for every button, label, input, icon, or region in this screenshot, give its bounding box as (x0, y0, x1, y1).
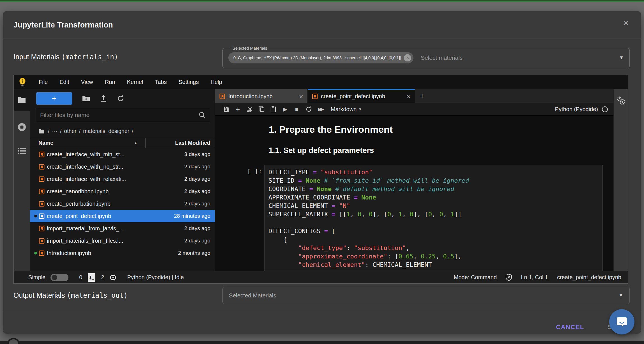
run-icon[interactable]: ▶ (279, 106, 291, 113)
code-line[interactable]: { (268, 235, 599, 244)
footer-divider (3, 310, 641, 310)
notebook-heading-1: 1. Prepare the Environment (269, 124, 613, 135)
file-name: import_materials_from_files.i... (47, 238, 184, 244)
close-icon[interactable]: × (623, 18, 629, 28)
kernel-name[interactable]: Python (Pyodide) (555, 106, 598, 113)
copy-icon[interactable] (256, 106, 267, 112)
column-name[interactable]: Name ▲ (30, 138, 146, 148)
restart-kernel-icon[interactable] (303, 106, 314, 113)
menu-kernel[interactable]: Kernel (121, 79, 149, 85)
output-materials-select[interactable]: Selected Materials ▼ (222, 287, 630, 304)
kernel-count[interactable]: 2 (101, 274, 104, 281)
column-last-modified[interactable]: Last Modified (146, 140, 215, 146)
code-line[interactable]: "approximate_coordinate": [0.65, 0.25, 0… (268, 252, 599, 261)
file-row[interactable]: import_materials_from_files.i...2 days a… (30, 235, 215, 247)
cancel-button[interactable]: CANCEL (556, 320, 584, 334)
terminal-icon[interactable]: $_ (88, 273, 95, 282)
dialog-title: JupyterLite Transformation (13, 21, 113, 29)
menu-edit[interactable]: Edit (54, 79, 75, 85)
status-bar: Simple 0 $_ 2 Python (Pyodide) | Idle Mo… (14, 271, 628, 283)
chevron-down-icon[interactable]: ▼ (619, 55, 624, 61)
table-of-contents-tab[interactable] (14, 147, 30, 155)
chat-bubble-icon (615, 315, 629, 329)
run-all-icon[interactable]: ▶▶ (314, 106, 326, 112)
menu-tabs[interactable]: Tabs (149, 79, 173, 85)
chip-remove-icon[interactable]: × (404, 54, 411, 61)
new-folder-icon[interactable] (82, 95, 90, 102)
browser-progress-strip (0, 0, 644, 2)
new-launcher-button[interactable]: + (36, 92, 72, 105)
trust-shield-icon[interactable] (506, 274, 512, 281)
tab-create-point-defect[interactable]: create_point_defect.ipynb × (308, 89, 415, 103)
code-line[interactable]: "chemical_element": CHEMICAL_ELEMENT (268, 261, 599, 269)
menu-file[interactable]: File (33, 79, 54, 85)
code-editor[interactable]: DEFECT_TYPE = "substitution"SITE_ID = No… (264, 165, 603, 271)
file-row[interactable]: create_point_defect.ipynb28 minutes ago (30, 210, 215, 222)
output-select-placeholder: Selected Materials (229, 292, 276, 299)
file-row[interactable]: create_interface_with_no_str...2 days ag… (30, 160, 215, 173)
paste-icon[interactable] (267, 106, 279, 112)
file-row[interactable]: create_nanoribbon.ipynb2 days ago (30, 185, 215, 198)
file-row[interactable]: create_perturbation.ipynb2 days ago (30, 198, 215, 210)
file-row[interactable]: create_interface_with_min_st...3 days ag… (30, 148, 215, 160)
menu-run[interactable]: Run (99, 79, 121, 85)
chevron-down-icon[interactable]: ▼ (618, 293, 623, 298)
breadcrumb-segment[interactable]: other (64, 128, 76, 134)
file-name: create_interface_with_min_st... (47, 151, 184, 158)
selected-materials-field[interactable]: Selected Materials 0: C, Graphene, HEX (… (222, 46, 630, 68)
code-line[interactable]: "defect_type": "substitution", (268, 244, 599, 252)
upload-icon[interactable] (100, 95, 107, 102)
file-modified: 2 days ago (184, 164, 215, 170)
insert-cell-icon[interactable]: + (232, 105, 244, 114)
output-materials-label-text: Output Materials (13, 291, 67, 299)
simple-mode-toggle[interactable] (50, 274, 68, 281)
new-tab-icon[interactable]: + (415, 89, 429, 103)
select-materials-placeholder: Select materials (421, 54, 463, 61)
chat-widget-button[interactable] (609, 309, 634, 334)
tab-introduction[interactable]: Introduction.ipynb × (215, 89, 308, 103)
property-inspector-gears-icon[interactable] (616, 96, 626, 271)
material-chip[interactable]: 0: C, Graphene, HEX (P6/mmm) 2D (Monolay… (228, 52, 413, 63)
code-line[interactable] (268, 219, 599, 227)
code-line[interactable]: APPROXIMATE_COORDINATE = None (268, 193, 599, 202)
filter-files-input[interactable] (36, 108, 209, 122)
cell-type-value: Markdown (331, 106, 357, 113)
file-browser-tab[interactable] (14, 89, 30, 111)
command-mode-indicator[interactable]: Mode: Command (454, 274, 497, 281)
breadcrumb-segment[interactable]: ⋯ (52, 128, 58, 134)
code-line[interactable]: COORDINATE = None # default method will … (268, 185, 599, 193)
page-partial-circle-icon (7, 338, 20, 344)
terminal-count[interactable]: 0 (79, 274, 82, 281)
kernel-status-text[interactable]: Python (Pyodide) | Idle (127, 274, 184, 281)
save-icon[interactable] (220, 106, 232, 112)
file-list: create_interface_with_min_st...3 days ag… (30, 148, 215, 271)
kernel-chip-icon[interactable] (110, 274, 116, 281)
cut-icon[interactable] (244, 106, 256, 112)
file-list-header: Name ▲ Last Modified (30, 138, 215, 148)
close-icon[interactable]: × (299, 93, 303, 100)
close-icon[interactable]: × (407, 93, 411, 100)
kernel-status-icon[interactable] (602, 106, 608, 112)
file-row[interactable]: Introduction.ipynb2 months ago (30, 247, 215, 259)
menu-view[interactable]: View (75, 79, 99, 85)
menu-help[interactable]: Help (205, 79, 228, 85)
menu-settings[interactable]: Settings (173, 79, 204, 85)
code-line[interactable]: SUPERCELL_MATRIX = [[1, 0, 0], [0, 1, 0]… (268, 210, 599, 219)
cell-type-dropdown[interactable]: Markdown ▾ (331, 106, 361, 113)
file-name: create_perturbation.ipynb (47, 201, 184, 207)
code-line[interactable]: CHEMICAL_ELEMENT = "N" (268, 202, 599, 210)
code-line[interactable]: DEFECT_TYPE = "substitution" (268, 168, 599, 176)
code-line[interactable]: SITE_ID = None # `from_site_id` method w… (268, 176, 599, 185)
cursor-position[interactable]: Ln 1, Col 1 (521, 274, 548, 281)
active-file-name[interactable]: create_point_defect.ipynb (557, 274, 621, 281)
refresh-icon[interactable] (117, 95, 124, 102)
breadcrumb-segment[interactable]: materials_designer (83, 128, 129, 134)
selected-materials-legend: Selected Materials (231, 46, 269, 51)
code-line[interactable]: DEFECT_CONFIGS = [ (268, 227, 599, 235)
stop-icon[interactable]: ■ (291, 106, 303, 113)
output-materials-code: (materials_out) (67, 292, 128, 299)
code-cell[interactable]: [ ]: DEFECT_TYPE = "substitution"SITE_ID… (245, 165, 613, 271)
file-row[interactable]: create_interface_with_relaxati...2 days … (30, 173, 215, 185)
running-kernels-tab[interactable] (14, 123, 30, 132)
file-row[interactable]: import_material_from_jarvis_...2 days ag… (30, 222, 215, 235)
